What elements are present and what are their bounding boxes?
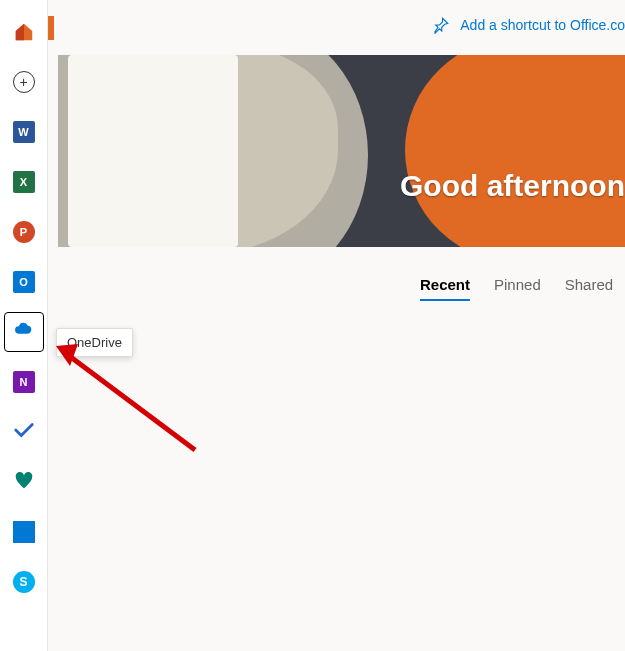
excel-icon: X [13, 171, 35, 193]
sidebar-item-word[interactable]: W [4, 112, 44, 152]
sidebar-item-todo[interactable] [4, 412, 44, 452]
sidebar-item-family[interactable] [4, 462, 44, 502]
add-shortcut-link[interactable]: Add a shortcut to Office.co [432, 16, 625, 34]
calendar-icon [13, 521, 35, 543]
sidebar-item-create[interactable]: + [4, 62, 44, 102]
pin-icon [432, 16, 450, 34]
home-icon [13, 21, 35, 43]
hero-banner: Good afternoon [58, 55, 625, 247]
word-icon: W [13, 121, 35, 143]
sidebar-item-calendar[interactable] [4, 512, 44, 552]
tab-shared[interactable]: Shared [565, 276, 613, 301]
hero-art [58, 55, 625, 247]
sidebar-item-excel[interactable]: X [4, 162, 44, 202]
plus-icon: + [13, 71, 35, 93]
heart-icon [13, 469, 35, 495]
app-sidebar: + W X P O N S [0, 0, 48, 651]
onenote-icon: N [13, 371, 35, 393]
greeting-text: Good afternoon [400, 169, 625, 203]
skype-icon: S [13, 571, 35, 593]
tab-pinned[interactable]: Pinned [494, 276, 541, 301]
sidebar-item-onedrive[interactable] [4, 312, 44, 352]
tab-recent[interactable]: Recent [420, 276, 470, 301]
document-tabs: Recent Pinned Shared [420, 276, 613, 301]
sidebar-item-home[interactable] [4, 12, 44, 52]
sidebar-item-skype[interactable]: S [4, 562, 44, 602]
onedrive-tooltip: OneDrive [56, 328, 133, 357]
todo-icon [13, 419, 35, 445]
powerpoint-icon: P [13, 221, 35, 243]
sidebar-item-powerpoint[interactable]: P [4, 212, 44, 252]
onedrive-icon [13, 319, 35, 345]
sidebar-item-onenote[interactable]: N [4, 362, 44, 402]
svg-line-0 [64, 352, 195, 450]
outlook-icon: O [13, 271, 35, 293]
sidebar-item-outlook[interactable]: O [4, 262, 44, 302]
add-shortcut-label: Add a shortcut to Office.co [460, 17, 625, 33]
accent-indicator [48, 16, 54, 40]
